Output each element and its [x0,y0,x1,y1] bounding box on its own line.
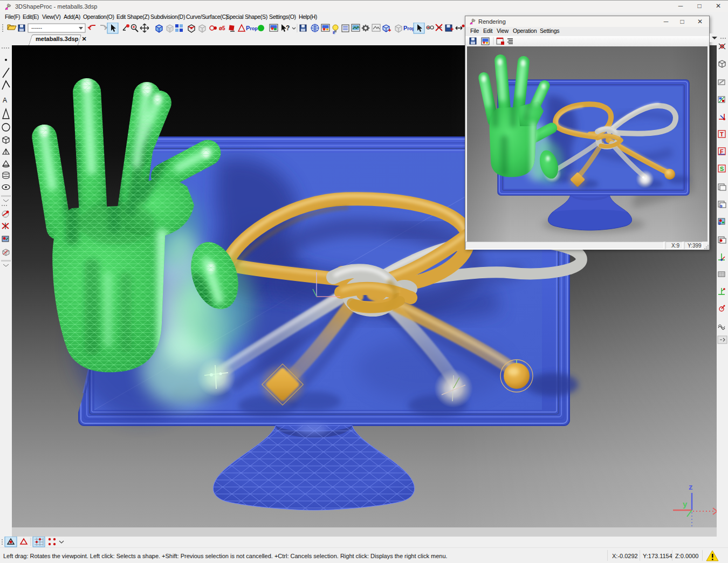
svg-text:y: y [683,499,688,509]
svg-text:ø5: ø5 [219,25,225,31]
svg-text:9: 9 [720,204,723,209]
svg-text:------: ------ [31,25,42,31]
svg-text:z: z [689,482,693,491]
svg-text:F: F [720,148,724,155]
svg-text:Prop: Prop [246,25,258,31]
svg-text:?: ? [286,24,290,32]
svg-text:T: T [720,131,724,138]
svg-text:A: A [3,97,7,104]
svg-text:S: S [720,166,724,172]
svg-text:9: 9 [718,221,721,226]
